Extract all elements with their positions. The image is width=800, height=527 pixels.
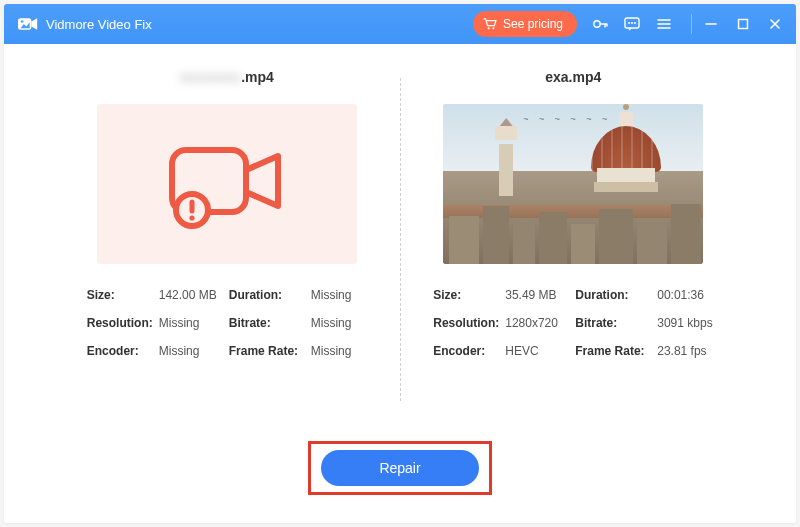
meta-value-bitrate: 3091 kbps [657, 316, 717, 330]
meta-value-framerate: 23.81 fps [657, 344, 717, 358]
meta-value-encoder: HEVC [505, 344, 575, 358]
meta-value-bitrate: Missing [311, 316, 371, 330]
meta-value-encoder: Missing [159, 344, 229, 358]
content-area: xxxxxxx.mp4 [4, 44, 796, 523]
meta-value-size: 142.00 MB [159, 288, 229, 302]
meta-value-framerate: Missing [311, 344, 371, 358]
minimize-button[interactable] [704, 17, 718, 31]
broken-video-thumbnail [97, 104, 357, 264]
meta-label-framerate: Frame Rate: [229, 344, 311, 358]
see-pricing-label: See pricing [503, 17, 563, 31]
repair-button[interactable]: Repair [321, 450, 479, 486]
titlebar-divider [691, 14, 692, 34]
titlebar: Vidmore Video Fix See pricing [4, 4, 796, 44]
broken-file-name: xxxxxxx.mp4 [180, 68, 274, 86]
feedback-icon[interactable] [623, 15, 641, 33]
meta-label-bitrate: Bitrate: [229, 316, 311, 330]
sample-file-name: exa.mp4 [545, 68, 601, 86]
svg-point-6 [628, 22, 630, 24]
broken-file-metadata: Size: 142.00 MB Duration: Missing Resolu… [87, 288, 367, 358]
svg-point-4 [594, 21, 600, 27]
meta-label-bitrate: Bitrate: [575, 316, 657, 330]
meta-label-resolution: Resolution: [433, 316, 505, 330]
meta-label-encoder: Encoder: [433, 344, 505, 358]
footer-actions: Repair [54, 441, 746, 513]
meta-value-resolution: 1280x720 [505, 316, 575, 330]
meta-value-duration: Missing [311, 288, 371, 302]
meta-label-encoder: Encoder: [87, 344, 159, 358]
broken-video-icon [162, 134, 292, 234]
window-controls [704, 17, 782, 31]
app-window: Vidmore Video Fix See pricing [4, 4, 796, 523]
compare-panels: xxxxxxx.mp4 [54, 68, 746, 441]
meta-value-resolution: Missing [159, 316, 229, 330]
meta-value-size: 35.49 MB [505, 288, 575, 302]
maximize-button[interactable] [736, 17, 750, 31]
titlebar-actions [591, 14, 696, 34]
meta-label-duration: Duration: [575, 288, 657, 302]
sample-video-thumbnail: ~ ~ ~ ~ ~ ~ [443, 104, 703, 264]
svg-point-1 [21, 20, 24, 23]
close-button[interactable] [768, 17, 782, 31]
repair-highlight: Repair [308, 441, 492, 495]
key-icon[interactable] [591, 15, 609, 33]
svg-point-8 [634, 22, 636, 24]
svg-point-13 [189, 215, 194, 220]
sample-file-metadata: Size: 35.49 MB Duration: 00:01:36 Resolu… [433, 288, 713, 358]
app-title: Vidmore Video Fix [46, 17, 152, 32]
see-pricing-button[interactable]: See pricing [473, 11, 577, 37]
cart-icon [483, 18, 497, 30]
meta-label-duration: Duration: [229, 288, 311, 302]
meta-label-size: Size: [87, 288, 159, 302]
meta-value-duration: 00:01:36 [657, 288, 717, 302]
menu-icon[interactable] [655, 15, 673, 33]
meta-label-framerate: Frame Rate: [575, 344, 657, 358]
svg-point-2 [488, 27, 490, 29]
meta-label-size: Size: [433, 288, 505, 302]
app-logo: Vidmore Video Fix [18, 16, 152, 32]
svg-point-3 [492, 27, 494, 29]
svg-point-7 [631, 22, 633, 24]
broken-video-panel: xxxxxxx.mp4 [54, 68, 400, 441]
meta-label-resolution: Resolution: [87, 316, 159, 330]
svg-rect-9 [739, 20, 748, 29]
logo-icon [18, 16, 38, 32]
sample-video-panel: exa.mp4 ~ ~ ~ ~ ~ ~ [401, 68, 747, 441]
